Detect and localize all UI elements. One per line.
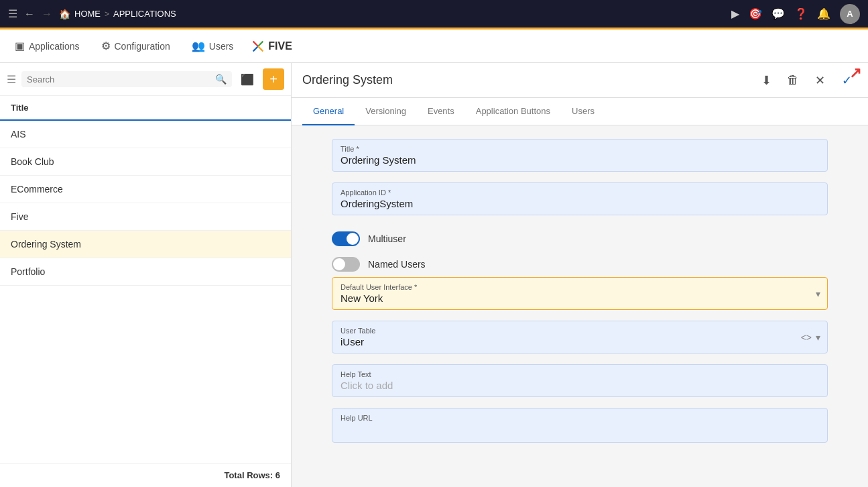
default-ui-group: Default User Interface * New York ▾ — [332, 277, 828, 310]
default-ui-actions: ▾ — [816, 288, 820, 299]
named-users-toggle[interactable] — [332, 257, 360, 272]
bell-icon[interactable]: 🔔 — [817, 7, 830, 20]
app-id-label: Application ID * — [340, 188, 819, 197]
forward-icon[interactable]: → — [42, 8, 52, 20]
app-id-field[interactable]: Application ID * OrderingSystem — [332, 182, 828, 215]
nav-configuration-label: Configuration — [115, 41, 170, 52]
help-icon[interactable]: ❓ — [794, 7, 808, 20]
multiuser-toggle[interactable] — [332, 231, 360, 246]
help-url-field[interactable]: Help URL — [332, 408, 828, 443]
sidebar-list: AIS Book Club ECommerce Five Ordering Sy… — [0, 121, 291, 463]
sidebar: ☰ 🔍 ⬛ + Title AIS Book Club ECommerce Fi… — [0, 63, 292, 487]
title-label: Title * — [340, 145, 819, 153]
code-icon[interactable]: <> — [801, 332, 812, 343]
default-ui-label: Default User Interface * — [340, 283, 819, 291]
tab-users[interactable]: Users — [561, 98, 605, 125]
content-area: Ordering System ⬇ 🗑 ✕ ✓ General Versioni… — [292, 63, 868, 487]
tab-general[interactable]: General — [302, 98, 355, 125]
config-icon: ⚙ — [101, 40, 111, 52]
title-field[interactable]: Title * Ordering System — [332, 139, 828, 172]
home-icon: 🏠 — [59, 9, 70, 19]
five-logo-icon — [251, 39, 265, 54]
title-group: Title * Ordering System — [332, 139, 828, 172]
tab-events[interactable]: Events — [417, 98, 465, 125]
users-icon: 👥 — [192, 40, 205, 52]
help-url-group: Help URL — [332, 408, 828, 443]
sidebar-item-book-club[interactable]: Book Club — [0, 148, 291, 176]
nav-configuration[interactable]: ⚙ Configuration — [97, 37, 174, 55]
help-url-label: Help URL — [340, 414, 819, 422]
help-url-value — [340, 423, 819, 437]
breadcrumb: 🏠 HOME > APPLICATIONS — [59, 9, 176, 19]
header-actions: ⬇ 🗑 ✕ ✓ — [755, 70, 857, 91]
download-icon[interactable]: ⬇ — [755, 70, 777, 91]
import-icon[interactable]: ⬛ — [237, 69, 257, 89]
tab-application-buttons[interactable]: Application Buttons — [465, 98, 561, 125]
nav-applications-label: Applications — [29, 41, 80, 52]
nav-users[interactable]: 👥 Users — [188, 37, 238, 55]
top-bar-left: ☰ ← → 🏠 HOME > APPLICATIONS — [8, 7, 725, 20]
sidebar-toolbar: ☰ 🔍 ⬛ + — [0, 63, 291, 96]
page-title: Ordering System — [302, 73, 747, 87]
tab-versioning[interactable]: Versioning — [355, 98, 417, 125]
apps-label[interactable]: APPLICATIONS — [113, 9, 176, 19]
menu-icon[interactable]: ☰ — [8, 7, 17, 20]
play-icon[interactable]: ▶ — [731, 7, 739, 20]
five-logo-text: FIVE — [268, 40, 292, 52]
delete-icon[interactable]: 🗑 — [782, 70, 804, 91]
filter-icon[interactable]: ☰ — [7, 73, 16, 86]
home-label[interactable]: HOME — [74, 9, 101, 19]
target-icon[interactable]: 🎯 — [749, 7, 762, 20]
search-icon: 🔍 — [215, 74, 227, 85]
svg-line-2 — [253, 46, 258, 51]
breadcrumb-sep1: > — [105, 9, 109, 19]
main-layout: ☰ 🔍 ⬛ + Title AIS Book Club ECommerce Fi… — [0, 63, 868, 487]
search-input[interactable] — [27, 74, 211, 85]
help-text-label: Help Text — [340, 370, 819, 378]
content-header: Ordering System ⬇ 🗑 ✕ ✓ — [292, 63, 868, 98]
user-table-label: User Table — [340, 327, 819, 335]
app-id-group: Application ID * OrderingSystem — [332, 182, 828, 215]
multiuser-row: Multiuser — [332, 226, 828, 252]
save-button[interactable]: ✓ — [836, 70, 857, 91]
form-content: Title * Ordering System Application ID *… — [292, 125, 868, 487]
help-text-field[interactable]: Help Text Click to add — [332, 364, 828, 397]
nav-applications[interactable]: ▣ Applications — [11, 37, 84, 55]
top-bar: ☰ ← → 🏠 HOME > APPLICATIONS ▶ 🎯 💬 ❓ 🔔 A — [0, 0, 868, 30]
title-value: Ordering System — [340, 154, 819, 166]
user-table-chevron-icon[interactable]: ▾ — [816, 332, 820, 343]
tabs-bar: General Versioning Events Application Bu… — [292, 98, 868, 125]
close-icon[interactable]: ✕ — [809, 70, 830, 91]
chat-icon[interactable]: 💬 — [771, 7, 785, 20]
svg-line-0 — [253, 41, 258, 46]
user-table-field[interactable]: User Table iUser <> ▾ — [332, 321, 828, 354]
sidebar-item-portfolio[interactable]: Portfolio — [0, 258, 291, 286]
top-bar-right: ▶ 🎯 💬 ❓ 🔔 A — [731, 4, 860, 24]
sidebar-item-ecommerce[interactable]: ECommerce — [0, 176, 291, 203]
multiuser-label: Multiuser — [368, 233, 406, 244]
named-users-label: Named Users — [368, 259, 426, 270]
nav-users-label: Users — [209, 41, 234, 52]
avatar[interactable]: A — [840, 4, 860, 24]
user-table-group: User Table iUser <> ▾ — [332, 321, 828, 354]
chevron-down-icon[interactable]: ▾ — [816, 288, 820, 299]
named-users-toggle-thumb — [333, 258, 345, 270]
default-ui-value: New York — [340, 292, 819, 304]
user-table-actions: <> ▾ — [801, 332, 820, 343]
multiuser-toggle-thumb — [347, 233, 359, 245]
back-icon[interactable]: ← — [24, 8, 35, 20]
secondary-nav: ▣ Applications ⚙ Configuration 👥 Users F… — [0, 30, 868, 63]
user-table-value: iUser — [340, 336, 819, 347]
five-logo: FIVE — [251, 39, 292, 54]
help-text-group: Help Text Click to add — [332, 364, 828, 397]
default-ui-field[interactable]: Default User Interface * New York ▾ — [332, 277, 828, 310]
sidebar-item-five[interactable]: Five — [0, 203, 291, 231]
help-text-value: Click to add — [340, 380, 819, 391]
svg-line-1 — [258, 41, 263, 46]
sidebar-footer: Total Rows: 6 — [0, 463, 291, 487]
add-button[interactable]: + — [263, 68, 284, 90]
sidebar-item-ordering-system[interactable]: Ordering System — [0, 231, 291, 258]
app-id-value: OrderingSystem — [340, 198, 819, 209]
sidebar-item-ais[interactable]: AIS — [0, 121, 291, 148]
search-container: 🔍 — [21, 71, 232, 87]
